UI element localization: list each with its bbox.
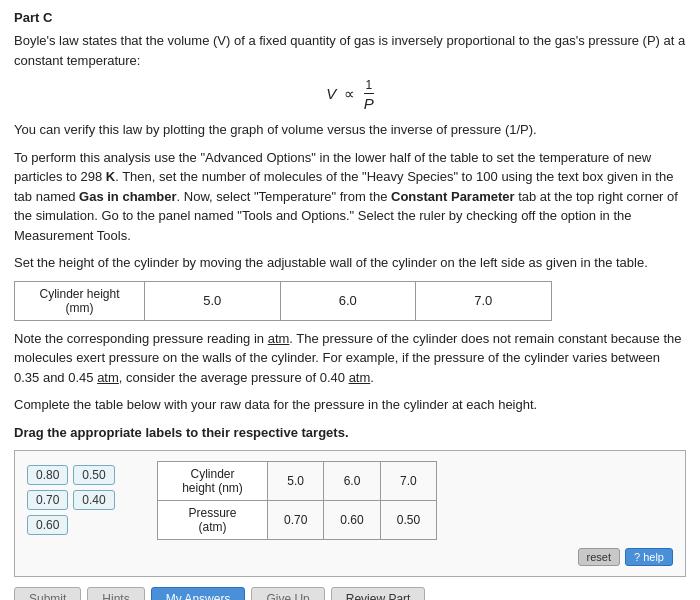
table-value-1: 5.0 [145,281,281,320]
my-answers-button[interactable]: My Answers [151,587,246,600]
drag-label-060[interactable]: 0.60 [27,515,68,535]
drag-label-080[interactable]: 0.80 [27,465,68,485]
inner-table-row2-v1: 0.70 [268,501,324,540]
drag-instruction: Drag the appropriate labels to their res… [14,423,686,443]
drag-label-070[interactable]: 0.70 [27,490,68,510]
review-part-button[interactable]: Review Part [331,587,426,600]
formula-fraction: 1 P [364,78,374,112]
inner-table-row1-v2: 6.0 [324,462,380,501]
paragraph-4: Set the height of the cylinder by moving… [14,253,686,273]
drag-row-1: 0.80 0.50 [27,465,115,485]
submit-button[interactable]: Submit [14,587,81,600]
paragraph-3: To perform this analysis use the "Advanc… [14,148,686,246]
inner-table-row1-v3: 7.0 [380,462,436,501]
part-label: Part C [14,10,686,25]
inner-table-row2-header: Pressure (atm) [158,501,268,540]
inner-table-row1-header: Cylinder height (nm) [158,462,268,501]
cylinder-height-table: Cylinder height(mm) 5.0 6.0 7.0 [14,281,552,321]
reset-help-bar: reset ? help [27,548,673,566]
formula: V ∝ 1 P [326,78,374,112]
p2-text: You can verify this law by plotting the … [14,122,537,137]
drag-row-2: 0.70 0.40 [27,490,115,510]
paragraph-2: You can verify this law by plotting the … [14,120,686,140]
reset-button[interactable]: reset [578,548,620,566]
formula-v: V [326,85,336,102]
inner-table-row2-v2: 0.60 [324,501,380,540]
p1-text: Boyle's law states that the volume (V) o… [14,33,685,68]
paragraph-5: Note the corresponding pressure reading … [14,329,686,388]
paragraph-1: Boyle's law states that the volume (V) o… [14,31,686,70]
give-up-button[interactable]: Give Up [251,587,324,600]
paragraph-6: Complete the table below with your raw d… [14,395,686,415]
bottom-buttons: Submit Hints My Answers Give Up Review P… [14,587,686,600]
inner-table-row1-v1: 5.0 [268,462,324,501]
drag-row-3: 0.60 [27,515,115,535]
drag-label-040[interactable]: 0.40 [73,490,114,510]
drag-label-050[interactable]: 0.50 [73,465,114,485]
hints-button[interactable]: Hints [87,587,144,600]
table-value-3: 7.0 [416,281,552,320]
formula-area: V ∝ 1 P [14,78,686,112]
inner-table-wrap: Cylinder height (nm) 5.0 6.0 7.0 Pressur… [157,461,673,540]
help-button[interactable]: ? help [625,548,673,566]
drag-section: 0.80 0.50 0.70 0.40 0.60 Cylinder height… [14,450,686,577]
table-value-2: 6.0 [280,281,416,320]
inner-table: Cylinder height (nm) 5.0 6.0 7.0 Pressur… [157,461,437,540]
drag-labels-container: 0.80 0.50 0.70 0.40 0.60 [27,465,115,535]
table-header-cell: Cylinder height(mm) [15,281,145,320]
inner-table-row2-v3: 0.50 [380,501,436,540]
